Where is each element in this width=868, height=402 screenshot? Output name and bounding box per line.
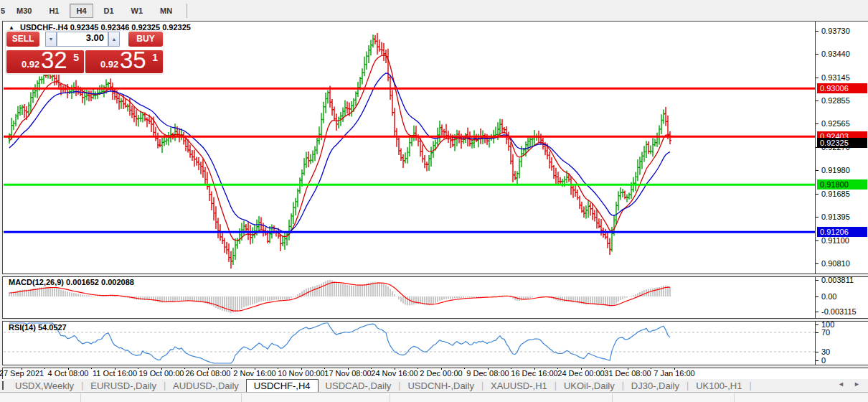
sell-price-prefix: 0.92	[22, 59, 39, 70]
one-click-trade-panel: SELL ▼ 3.00 ▲ BUY 0.92 32 5 0.92 35 1	[6, 31, 164, 74]
toolbar-separator	[187, 4, 187, 18]
timeframe-button-m15-partial[interactable]: 5	[1, 6, 8, 15]
tab-audusd-daily[interactable]: AUDUSD-,Daily	[166, 379, 246, 392]
status-bar-divider	[241, 393, 242, 402]
rsi-panel-canvas[interactable]	[4, 322, 816, 365]
spinner-down-icon: ▼	[49, 37, 54, 42]
date-axis[interactable]	[2, 367, 816, 378]
mt4-workspace: { "toolbar": { "partial_button": "5", "t…	[0, 0, 868, 402]
tab-ukoil-daily[interactable]: UKOil-,Daily	[557, 379, 622, 392]
timeframe-button-m30[interactable]: M30	[10, 4, 38, 18]
chart-tab-bar: USDX,Weekly|EURUSD-,Daily|AUDUSD-,DailyU…	[0, 379, 868, 392]
status-bar-divider	[80, 393, 81, 402]
volume-input[interactable]: 3.00	[57, 32, 108, 47]
timeframe-button-d1[interactable]: D1	[98, 4, 121, 18]
timeframe-button-h1[interactable]: H1	[42, 4, 65, 18]
buy-price-big: 35	[120, 47, 146, 74]
status-bar-divider	[612, 393, 613, 402]
timeframe-button-h4[interactable]: H4	[70, 4, 93, 18]
buy-price-display[interactable]: 0.92 35 1	[85, 50, 163, 73]
sell-button[interactable]: SELL	[6, 32, 39, 47]
timeframe-button-w1[interactable]: W1	[125, 4, 150, 18]
tab-usdcnh-daily[interactable]: USDCNH-,Daily	[400, 379, 481, 392]
macd-label: MACD(12,26,9) 0.001652 0.002088	[9, 278, 134, 286]
sell-price-sup: 5	[73, 52, 79, 63]
tab-scroll-right-button[interactable]: ►	[854, 380, 860, 388]
tab-separator: |	[749, 379, 751, 392]
tab-scroll-left-button[interactable]: ◄	[838, 380, 844, 388]
buy-button[interactable]: BUY	[128, 32, 163, 47]
tab-dj30-daily[interactable]: DJ30-,Daily	[624, 379, 687, 392]
volume-increase-button[interactable]: ▲	[108, 32, 120, 47]
buy-price-prefix: 0.92	[100, 59, 118, 70]
volume-decrease-button[interactable]: ▼	[45, 32, 57, 47]
sell-price-big: 32	[41, 47, 67, 74]
buy-price-sup: 1	[152, 52, 158, 63]
tab-xauusd-h1[interactable]: XAUUSD-,H1	[483, 379, 555, 392]
tabbar-edge	[2, 381, 4, 390]
timeframe-toolbar: 5 M30H1H4D1W1MN	[0, 0, 868, 21]
main-macd-splitter[interactable]	[2, 274, 868, 277]
rsi-dateaxis-splitter	[2, 365, 868, 368]
timeframe-button-mn[interactable]: MN	[154, 4, 179, 18]
sell-price-display[interactable]: 0.92 32 5	[6, 50, 84, 73]
rsi-label: RSI(14) 54.0527	[9, 323, 67, 332]
tab-uk100-h1[interactable]: UK100-,H1	[689, 379, 749, 392]
one-click-panel-toggle-icon[interactable]: ▲	[9, 24, 14, 31]
status-bar-divider	[734, 393, 735, 402]
macd-rsi-splitter[interactable]	[2, 318, 868, 322]
tab-usdcad-daily[interactable]: USDCAD-,Daily	[319, 379, 399, 392]
spinner-up-icon: ▲	[112, 37, 117, 42]
tab-eurusd-daily[interactable]: EURUSD-,Daily	[83, 379, 164, 392]
status-bar-divider	[390, 393, 390, 402]
tab-usdx-weekly[interactable]: USDX,Weekly	[8, 379, 81, 392]
price-axis[interactable]	[816, 22, 868, 367]
status-bar	[0, 392, 868, 402]
tab-usdchf-h4[interactable]: USDCHF-,H4	[246, 379, 319, 392]
